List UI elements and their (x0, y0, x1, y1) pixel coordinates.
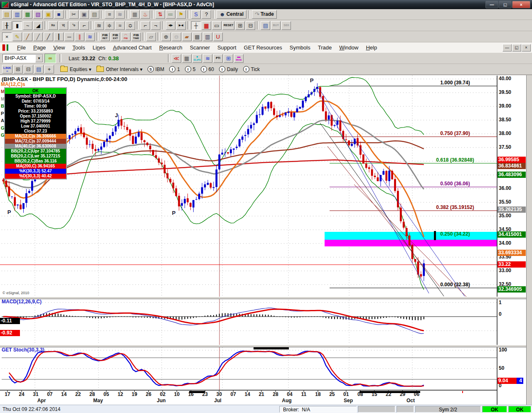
trendline-icon[interactable]: ╱ (33, 32, 43, 41)
paste-icon[interactable]: ▤ (90, 10, 99, 19)
pivot-down-icon[interactable]: ¬ (151, 21, 160, 30)
menu-tools[interactable]: Tools (69, 43, 89, 52)
trade-button[interactable]: ↷Trade (252, 10, 277, 19)
interval-daily[interactable]: IDaily (219, 66, 238, 72)
ghost-tool-icon[interactable]: ▱ (146, 32, 156, 41)
fib-circle-icon[interactable]: ◠FIB (121, 32, 131, 41)
price-boxes-icon[interactable]: ▭ (212, 21, 222, 30)
interval-1[interactable]: I1 (169, 66, 180, 72)
print-preview-icon[interactable]: ≋ (115, 10, 125, 19)
menu-file[interactable]: File (13, 43, 30, 52)
trendline-short-icon[interactable]: ╱ (23, 32, 32, 41)
sell-icon[interactable]: SEll (281, 21, 291, 30)
menu-lines[interactable]: Lines (89, 43, 109, 52)
copy-window-icon[interactable]: ▥ (203, 32, 212, 41)
crosshair-icon[interactable]: ┼ (191, 21, 201, 30)
add-symbol-icon[interactable]: + (44, 65, 54, 74)
pivot-up-icon[interactable]: ⌐ (140, 21, 150, 30)
area-chart-icon[interactable]: ◢ (33, 21, 43, 30)
print-icon[interactable]: ≡ (105, 10, 114, 19)
trendline-long-icon[interactable]: ╱ (44, 32, 53, 41)
tile-window-icon[interactable]: ⊞ (13, 65, 23, 74)
zoom-in-icon[interactable]: ⊕ (161, 32, 171, 41)
link-symbol-button[interactable]: ∞ (44, 54, 56, 63)
menu-symbols[interactable]: Symbols (286, 43, 314, 52)
hot-function-icon[interactable]: ♨ (140, 10, 150, 19)
mdi-restore-button[interactable]: ◱ (512, 44, 521, 52)
buy-icon[interactable]: BUY (271, 21, 281, 30)
mdi-close-button[interactable]: × (522, 44, 531, 52)
alert-bell-icon[interactable]: ⚑ (176, 10, 186, 19)
elips-icon[interactable]: ●ELiPS (192, 54, 202, 63)
pages-copy-icon[interactable]: ⊟ (246, 21, 255, 30)
new-quote-window-icon[interactable]: ▦ (23, 10, 32, 19)
line-chart-icon[interactable]: ~ (23, 21, 32, 30)
menu-get-resources[interactable]: GET Resources (240, 43, 286, 52)
page-refresh-icon[interactable]: ⊞ (235, 21, 245, 30)
eraser-icon[interactable]: ▰ (182, 32, 192, 41)
other-intervals-folder[interactable]: Other Intervals ▾ (96, 66, 143, 72)
price-chart-canvas[interactable] (0, 75, 526, 405)
menu-view[interactable]: View (49, 43, 69, 52)
equities-folder[interactable]: Equities ▾ (60, 66, 91, 72)
fib-extension-icon[interactable]: FIBEXT (111, 32, 120, 41)
grid-icon[interactable]: ▩ (192, 32, 202, 41)
elliott-channel-icon[interactable]: ≑ (105, 21, 114, 30)
andrews-pitchfork-icon[interactable]: ≪ (172, 54, 181, 63)
step-chart-icon[interactable]: ⌐ (79, 21, 89, 30)
cut-icon[interactable]: ✂ (69, 10, 79, 19)
magnet-icon[interactable]: U (213, 32, 223, 41)
close-button[interactable]: × (512, 1, 530, 8)
quote-grid-icon[interactable]: ▦ (182, 54, 192, 63)
menu-scanner[interactable]: Scanner (186, 43, 214, 52)
menu-advanced-chart[interactable]: Advanced Chart (109, 43, 155, 52)
symbol-ibm[interactable]: SIBM (148, 66, 164, 72)
new-page-icon[interactable]: ▤ (2, 10, 12, 19)
color-bars-icon[interactable]: ▆ (202, 21, 211, 30)
mdi-minimize-button[interactable]: — (502, 44, 512, 52)
fib-retracement-icon[interactable]: FIBRET (100, 32, 110, 41)
bar-chart-icon[interactable]: ╂ (2, 21, 12, 30)
watch-list-icon[interactable]: ≔ (166, 10, 175, 19)
snap-quote-icon[interactable]: S (191, 10, 201, 19)
pencil-tool-icon[interactable]: ✎ (12, 32, 22, 41)
chart-properties-icon[interactable]: ▤ (34, 65, 44, 74)
mob-icon[interactable]: ▬MOB (234, 54, 244, 63)
wave-symbols-icon[interactable]: ≎ (126, 21, 135, 30)
interval-60[interactable]: I60 (201, 66, 214, 72)
dot-chart-icon[interactable]: °o (69, 21, 79, 30)
delete-tool-icon[interactable]: × (2, 32, 12, 41)
menu-research[interactable]: Research (155, 43, 186, 52)
link-icon[interactable]: LINK∞ (2, 65, 12, 74)
zoom-out-icon[interactable]: ⊖ (172, 32, 181, 41)
menu-support[interactable]: Support (214, 43, 240, 52)
pti-icon[interactable]: PTI (213, 54, 223, 63)
new-chart-window-icon[interactable]: ▥ (12, 10, 22, 19)
candlestick-chart-icon[interactable]: ▮ (12, 21, 22, 30)
blue-grid-icon[interactable]: ⊞ (224, 54, 233, 63)
vertical-scrollbar[interactable] (526, 75, 532, 405)
reset-icon[interactable]: RESET (222, 21, 234, 30)
menu-window[interactable]: Window (335, 43, 362, 52)
xabcd-pattern-icon[interactable]: ≋ (203, 54, 212, 63)
panel-divider[interactable] (0, 297, 526, 299)
elliott-wave-icon[interactable]: ≊ (94, 21, 104, 30)
symbol-input[interactable]: BHP-ASX ▼ (2, 54, 43, 63)
context-help-icon[interactable]: ? (202, 10, 211, 19)
horizontal-line-icon[interactable]: ─ (64, 32, 74, 41)
symbol-dropdown-button[interactable]: ▼ (35, 54, 43, 62)
fib-time-icon[interactable]: FIBTIME (131, 32, 141, 41)
parallel-lines-icon[interactable]: ∥ (75, 32, 84, 41)
central-button[interactable]: ☻Central (217, 10, 246, 19)
minimize-button[interactable]: — (485, 1, 498, 8)
save-page-icon[interactable]: ■ (54, 10, 64, 19)
expand-bars-icon[interactable]: ◀▶ (166, 21, 175, 30)
volume-icon[interactable]: V| (59, 21, 68, 30)
sort-up-down-icon[interactable]: ⇅ (155, 10, 165, 19)
interval-tick[interactable]: ITick (243, 66, 260, 72)
fan-lines-icon[interactable]: ≋ (85, 32, 95, 41)
open-page-icon[interactable]: ▣ (44, 10, 53, 19)
new-portfolio-icon[interactable]: ▧ (33, 10, 43, 19)
panel-divider[interactable] (0, 345, 526, 347)
menu-help[interactable]: Help (362, 43, 381, 52)
